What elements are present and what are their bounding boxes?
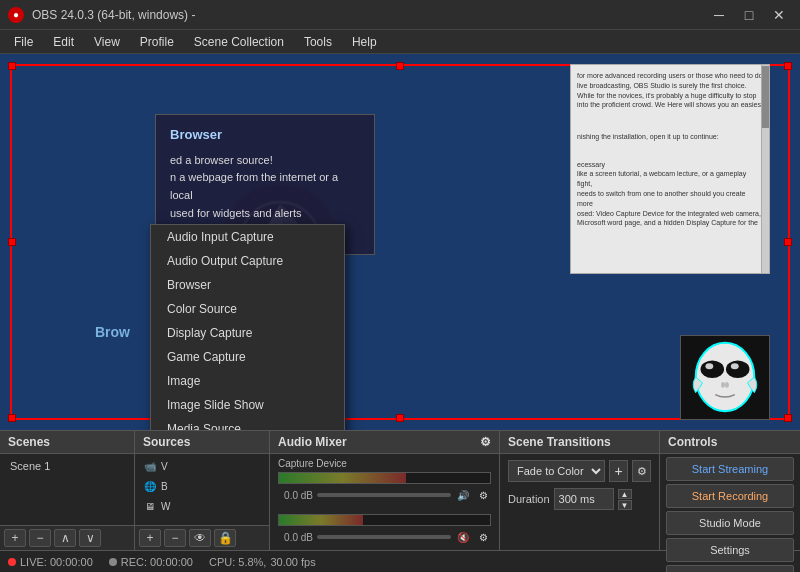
audio-meter-1 [278, 472, 491, 484]
ctx-audio-output[interactable]: Audio Output Capture [151, 249, 344, 273]
rec-status: REC: 00:00:00 [109, 556, 193, 568]
start-streaming-button[interactable]: Start Streaming [666, 457, 794, 481]
source-icon-b: 🌐 [143, 479, 157, 493]
transitions-panel-header: Scene Transitions [500, 431, 659, 454]
resize-handle-mr[interactable] [784, 238, 792, 246]
audio-panel-header: Audio Mixer ⚙ [270, 431, 499, 454]
scenes-toolbar: + − ∧ ∨ [0, 525, 134, 550]
tooltip-line3: used for widgets and alerts [170, 205, 360, 223]
minimize-button[interactable]: ─ [706, 5, 732, 25]
transition-select-wrap: Fade to Color Cut Fade Swipe Slide Sting… [508, 460, 651, 482]
svg-point-8 [705, 363, 713, 369]
studio-mode-button[interactable]: Studio Mode [666, 511, 794, 535]
live-time: LIVE: 00:00:00 [20, 556, 93, 568]
document-preview: for more advanced recording users or tho… [570, 64, 770, 274]
controls-panel-header: Controls [660, 431, 800, 454]
source-label-v: V [161, 461, 168, 472]
menu-view[interactable]: View [84, 33, 130, 51]
meter-fill-1 [279, 473, 406, 483]
doc-scrollbar[interactable] [761, 65, 769, 273]
preview-area: Brow Browser ed a browser source! n a we… [0, 54, 800, 430]
source-lock-button[interactable]: 🔒 [214, 529, 236, 547]
audio-controls-2: 0.0 dB 🔇 ⚙ [278, 529, 491, 545]
audio-track-2: 0.0 dB 🔇 ⚙ [270, 507, 499, 549]
app-icon: ● [8, 7, 24, 23]
audio-panel-title: Audio Mixer [278, 435, 347, 449]
duration-input[interactable] [554, 488, 614, 510]
browser-source-label: Brow [95, 324, 130, 340]
source-label-b: B [161, 481, 168, 492]
audio-meter-2 [278, 514, 491, 526]
tooltip-title: Browser [170, 125, 360, 146]
window-controls: ─ □ ✕ [706, 5, 792, 25]
source-item-b[interactable]: 🌐 B [137, 476, 267, 496]
resize-handle-tl[interactable] [8, 62, 16, 70]
settings-button[interactable]: Settings [666, 538, 794, 562]
audio-panel-gear[interactable]: ⚙ [480, 435, 491, 449]
scenes-panel: Scenes Scene 1 + − ∧ ∨ [0, 431, 135, 550]
ctx-image[interactable]: Image [151, 369, 344, 393]
start-recording-button[interactable]: Start Recording [666, 484, 794, 508]
audio-db-2: 0.0 dB [278, 532, 313, 543]
transition-select[interactable]: Fade to Color Cut Fade Swipe Slide Sting… [508, 460, 605, 482]
move-scene-down-button[interactable]: ∨ [79, 529, 101, 547]
tooltip-line2: n a webpage from the internet or a local [170, 169, 360, 204]
maximize-button[interactable]: □ [736, 5, 762, 25]
source-eye-button[interactable]: 👁 [189, 529, 211, 547]
menu-scene-collection[interactable]: Scene Collection [184, 33, 294, 51]
alien-preview [680, 335, 770, 420]
duration-label: Duration [508, 493, 550, 505]
volume-slider-1[interactable] [317, 493, 451, 497]
remove-scene-button[interactable]: − [29, 529, 51, 547]
ctx-display-capture[interactable]: Display Capture [151, 321, 344, 345]
scene-item-1[interactable]: Scene 1 [2, 456, 132, 476]
svg-point-6 [701, 360, 724, 378]
audio-gear-2[interactable]: ⚙ [475, 529, 491, 545]
duration-down-button[interactable]: ▼ [618, 500, 632, 510]
source-label-w: W [161, 501, 170, 512]
ctx-browser[interactable]: Browser [151, 273, 344, 297]
remove-source-button[interactable]: − [164, 529, 186, 547]
close-button[interactable]: ✕ [766, 5, 792, 25]
duration-up-button[interactable]: ▲ [618, 489, 632, 499]
audio-gear-1[interactable]: ⚙ [475, 487, 491, 503]
ctx-color-source[interactable]: Color Source [151, 297, 344, 321]
resize-handle-bl[interactable] [8, 414, 16, 422]
ctx-image-slide-show[interactable]: Image Slide Show [151, 393, 344, 417]
scenes-list: Scene 1 [0, 454, 134, 525]
menu-profile[interactable]: Profile [130, 33, 184, 51]
exit-button[interactable]: Exit [666, 565, 794, 572]
audio-track-1: Capture Device 0.0 dB 🔊 ⚙ [270, 454, 499, 507]
live-dot [8, 558, 16, 566]
menu-file[interactable]: File [4, 33, 43, 51]
volume-slider-2[interactable] [317, 535, 451, 539]
menu-tools[interactable]: Tools [294, 33, 342, 51]
move-scene-up-button[interactable]: ∧ [54, 529, 76, 547]
app-title: OBS 24.0.3 (64-bit, windows) - [32, 8, 195, 22]
audio-mute-2[interactable]: 🔇 [455, 529, 471, 545]
svg-point-11 [721, 382, 725, 388]
audio-mute-1[interactable]: 🔊 [455, 487, 471, 503]
add-transition-button[interactable]: + [609, 460, 628, 482]
resize-handle-tr[interactable] [784, 62, 792, 70]
add-scene-button[interactable]: + [4, 529, 26, 547]
add-source-button[interactable]: + [139, 529, 161, 547]
transition-settings-button[interactable]: ⚙ [632, 460, 651, 482]
controls-panel: Controls Start Streaming Start Recording… [660, 431, 800, 550]
menu-help[interactable]: Help [342, 33, 387, 51]
resize-handle-bm[interactable] [396, 414, 404, 422]
resize-handle-tm[interactable] [396, 62, 404, 70]
source-item-w[interactable]: 🖥 W [137, 496, 267, 516]
title-bar-left: ● OBS 24.0.3 (64-bit, windows) - [8, 7, 246, 23]
resize-handle-br[interactable] [784, 414, 792, 422]
sources-toolbar: + − 👁 🔒 [135, 525, 269, 550]
ctx-media-source[interactable]: Media Source [151, 417, 344, 430]
menu-edit[interactable]: Edit [43, 33, 84, 51]
audio-track-1-label: Capture Device [278, 458, 491, 469]
ctx-game-capture[interactable]: Game Capture [151, 345, 344, 369]
source-item-v[interactable]: 📹 V [137, 456, 267, 476]
live-status: LIVE: 00:00:00 [8, 556, 93, 568]
ctx-audio-input[interactable]: Audio Input Capture [151, 225, 344, 249]
resize-handle-ml[interactable] [8, 238, 16, 246]
transitions-content: Fade to Color Cut Fade Swipe Slide Sting… [500, 454, 659, 550]
